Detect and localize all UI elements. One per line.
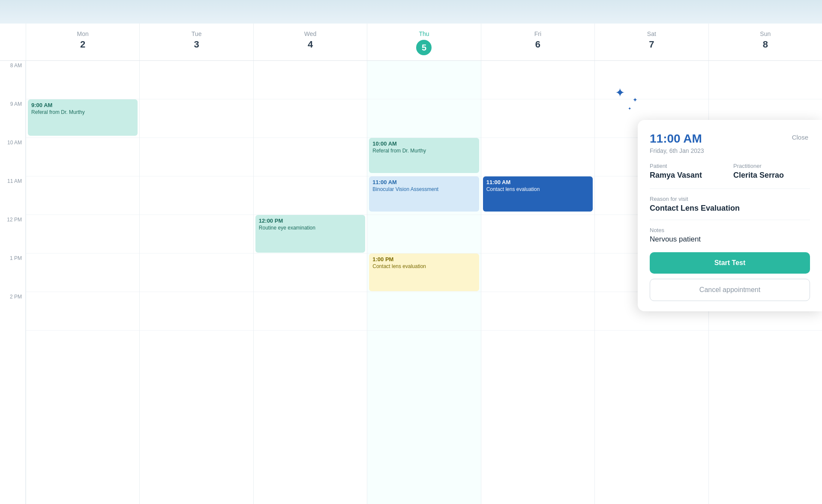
hour-tue-9 <box>140 99 253 138</box>
day-name-fri: Fri <box>485 30 591 37</box>
hour-thu-9 <box>367 99 480 138</box>
day-col-thu: 10:00 AM Referal from Dr. Murthy 11:00 A… <box>367 61 480 504</box>
hour-tue-12 <box>140 215 253 253</box>
day-number-fri: 6 <box>485 40 591 49</box>
time-label-2pm: 2 PM <box>0 292 25 331</box>
start-test-button[interactable]: Start Test <box>650 252 810 274</box>
time-label-9am: 9 AM <box>0 99 25 138</box>
time-label-11am: 11 AM <box>0 176 25 215</box>
popup-header: 11:00 AM Close <box>650 132 810 146</box>
day-name-sat: Sat <box>598 30 705 37</box>
event-wed-1200[interactable]: 12:00 PM Routine eye examination <box>255 215 365 253</box>
hour-wed-9 <box>254 99 367 138</box>
day-number-tue: 3 <box>143 40 249 49</box>
appointment-popup: 11:00 AM Close Friday, 6th Jan 2023 Pati… <box>638 120 822 311</box>
hour-mon-10 <box>26 138 139 176</box>
event-thu-1100-time: 11:00 AM <box>372 179 475 185</box>
day-number-thu: 5 <box>416 40 432 55</box>
hour-mon-8 <box>26 61 139 99</box>
event-thu-1300[interactable]: 1:00 PM Contact lens evaluation <box>369 253 479 291</box>
time-gutter: 8 AM 9 AM 10 AM 11 AM 12 PM 1 PM 2 PM <box>0 61 26 504</box>
popup-practitioner-name: Clerita Serrao <box>733 171 810 180</box>
day-col-wed: 12:00 PM Routine eye examination <box>253 61 367 504</box>
popup-info-grid: Patient Ramya Vasant Practitioner Clerit… <box>650 163 810 180</box>
popup-patient-label: Patient <box>650 163 726 169</box>
hour-fri-10 <box>481 138 594 176</box>
day-header-wed: Wed 4 <box>253 24 367 60</box>
day-number-sat: 7 <box>598 40 705 49</box>
day-header-mon: Mon 2 <box>26 24 139 60</box>
event-thu-1100-title: Binocular Vision Assessment <box>372 186 475 193</box>
time-label-10am: 10 AM <box>0 138 25 176</box>
popup-divider-2 <box>650 220 810 220</box>
event-mon-900-title: Referal from Dr. Murthy <box>31 109 134 116</box>
day-number-mon: 2 <box>30 40 136 49</box>
hour-wed-13 <box>254 253 367 292</box>
event-fri-1100[interactable]: 11:00 AM Contact lens evaluation <box>483 176 593 212</box>
sparkle-icon-small: ✦ <box>633 96 638 103</box>
popup-close-button[interactable]: Close <box>790 132 810 143</box>
popup-date: Friday, 6th Jan 2023 <box>650 147 810 154</box>
event-mon-900[interactable]: 9:00 AM Referal from Dr. Murthy <box>28 99 138 136</box>
event-thu-1100[interactable]: 11:00 AM Binocular Vision Assessment <box>369 176 479 212</box>
day-col-tue <box>139 61 253 504</box>
hour-thu-14 <box>367 292 480 331</box>
popup-notes-value: Nervous patient <box>650 235 810 244</box>
day-col-fri: 11:00 AM Contact lens evaluation <box>481 61 594 504</box>
hour-mon-14 <box>26 292 139 331</box>
event-thu-1000[interactable]: 10:00 AM Referal from Dr. Murthy <box>369 138 479 173</box>
event-fri-1100-title: Contact lens evaluation <box>486 186 589 193</box>
day-number-sun: 8 <box>712 40 819 49</box>
event-wed-1200-time: 12:00 PM <box>259 218 362 224</box>
hour-fri-13 <box>481 253 594 292</box>
time-label-1pm: 1 PM <box>0 253 25 292</box>
event-thu-1300-time: 1:00 PM <box>372 256 475 262</box>
hour-tue-14 <box>140 292 253 331</box>
calendar-container: Mon 2 Tue 3 Wed 4 Thu 5 Fri 6 Sat 7 <box>0 0 822 504</box>
day-name-wed: Wed <box>257 30 363 37</box>
cancel-appointment-button[interactable]: Cancel appointment <box>650 279 810 301</box>
calendar-header: Mon 2 Tue 3 Wed 4 Thu 5 Fri 6 Sat 7 <box>0 24 822 61</box>
popup-practitioner-block: Practitioner Clerita Serrao <box>733 163 810 180</box>
event-fri-1100-time: 11:00 AM <box>486 179 589 185</box>
sparkle-icon-large: ✦ <box>615 86 625 100</box>
hour-wed-14 <box>254 292 367 331</box>
hour-wed-8 <box>254 61 367 99</box>
hour-fri-14 <box>481 292 594 331</box>
popup-reason-section: Reason for visit Contact Lens Evaluation <box>650 196 810 213</box>
time-label-8am: 8 AM <box>0 61 25 99</box>
time-label-12pm: 12 PM <box>0 215 25 253</box>
popup-actions: Start Test Cancel appointment <box>650 252 810 301</box>
hour-mon-13 <box>26 253 139 292</box>
day-name-sun: Sun <box>712 30 819 37</box>
day-header-sat: Sat 7 <box>594 24 708 60</box>
day-name-tue: Tue <box>143 30 249 37</box>
popup-patient-block: Patient Ramya Vasant <box>650 163 726 180</box>
hour-fri-12 <box>481 215 594 253</box>
hour-tue-8 <box>140 61 253 99</box>
popup-notes-section: Notes Nervous patient <box>650 227 810 244</box>
popup-reason-value: Contact Lens Evaluation <box>650 204 810 213</box>
hour-thu-8 <box>367 61 480 99</box>
day-name-mon: Mon <box>30 30 136 37</box>
day-header-sun: Sun 8 <box>708 24 822 60</box>
day-number-wed: 4 <box>257 40 363 49</box>
popup-notes-label: Notes <box>650 227 810 233</box>
hour-thu-12 <box>367 215 480 253</box>
hour-sat-8 <box>595 61 708 99</box>
event-wed-1200-title: Routine eye examination <box>259 225 362 232</box>
hour-fri-8 <box>481 61 594 99</box>
day-name-thu: Thu <box>371 30 477 37</box>
top-bar <box>0 0 822 24</box>
popup-patient-name: Ramya Vasant <box>650 171 726 180</box>
hour-wed-10 <box>254 138 367 176</box>
popup-practitioner-label: Practitioner <box>733 163 810 169</box>
event-thu-1300-title: Contact lens evaluation <box>372 263 475 270</box>
popup-time: 11:00 AM <box>650 132 702 146</box>
event-thu-1000-title: Referal from Dr. Murthy <box>372 148 475 155</box>
event-mon-900-time: 9:00 AM <box>31 102 134 108</box>
hour-mon-12 <box>26 215 139 253</box>
hour-tue-10 <box>140 138 253 176</box>
hour-wed-11 <box>254 176 367 215</box>
day-header-tue: Tue 3 <box>139 24 253 60</box>
